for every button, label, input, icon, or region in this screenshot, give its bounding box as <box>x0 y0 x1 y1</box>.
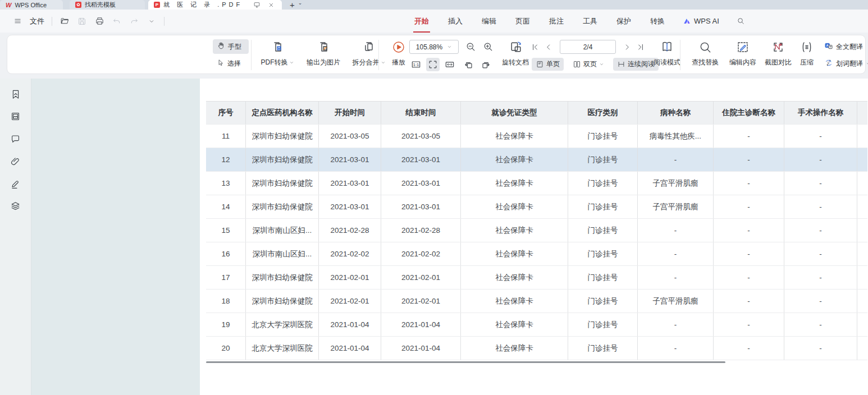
fit-width-button[interactable] <box>443 58 456 71</box>
pdf-table-body: 11深圳市妇幼保健院2021-03-052021-03-05社会保障卡门诊挂号病… <box>206 125 867 360</box>
tab-label: 就 医 记 录 .PDF <box>163 1 247 9</box>
rotate-right-icon[interactable] <box>479 58 492 71</box>
file-menu[interactable]: 文件 <box>30 16 44 26</box>
full-translation-button[interactable]: A 全文翻译 <box>820 39 868 54</box>
table-cell: 北京大学深圳医院 <box>246 313 319 336</box>
table-cell: - <box>714 195 784 218</box>
single-page-button[interactable]: 单页 <box>532 58 564 71</box>
previous-page-icon[interactable] <box>542 40 555 54</box>
ribbon-tab-protect[interactable]: 保护 <box>615 15 632 28</box>
tab-label: WPS Office <box>15 2 47 8</box>
table-cell: 子宫平滑肌瘤 <box>638 172 714 195</box>
new-tab-button[interactable]: + <box>290 0 295 10</box>
bookmark-icon[interactable] <box>10 89 21 100</box>
table-row: 15深圳市南山区妇...2021-02-282021-02-28社会保障卡门诊挂… <box>206 219 867 242</box>
double-page-button[interactable]: 双页 <box>569 58 608 71</box>
zoom-level-select[interactable]: 105.88% <box>409 40 459 54</box>
table-cell: 门诊挂号 <box>568 266 638 289</box>
select-tool-button[interactable]: 选择 <box>213 56 249 71</box>
table-row: 17深圳市妇幼保健院2021-02-012021-02-01社会保障卡门诊挂号-… <box>206 266 867 290</box>
save-icon[interactable] <box>77 16 87 26</box>
last-page-icon[interactable] <box>634 40 647 54</box>
ribbon-tab-tools[interactable]: 工具 <box>582 15 599 28</box>
continuous-read-icon <box>617 60 625 68</box>
tab-wps-office[interactable]: W WPS Office <box>0 0 63 10</box>
fit-page-button[interactable] <box>426 58 440 71</box>
wps-ai-button[interactable]: WPS AI <box>683 17 719 25</box>
page-indicator-input[interactable]: 2/4 <box>560 40 616 54</box>
table-cell: 深圳市妇幼保健院 <box>246 290 319 313</box>
actual-size-button[interactable]: 1:1 <box>409 58 423 71</box>
undo-icon[interactable] <box>112 16 122 26</box>
table-cell: 13 <box>206 172 246 195</box>
table-cell: 社会保障卡 <box>461 313 568 336</box>
zoom-out-icon[interactable] <box>464 40 477 54</box>
screenshot-compare-button[interactable]: 截图对比 <box>761 38 796 72</box>
tab-close-icon[interactable] <box>266 0 276 10</box>
attachment-icon[interactable] <box>10 156 21 167</box>
pdf-page[interactable]: 序号定点医药机构名称开始时间结束时间就诊凭证类型医疗类别病种名称住院主诊断名称手… <box>200 79 868 395</box>
ribbon-tab-home[interactable]: 开始 <box>413 15 430 28</box>
word-translation-button[interactable]: 文A 划词翻译 <box>820 56 868 71</box>
edit-content-button[interactable]: 编辑内容 <box>725 38 761 72</box>
table-cell: 门诊挂号 <box>568 313 638 336</box>
table-cell: - <box>714 337 784 360</box>
layers-icon[interactable] <box>10 201 21 212</box>
find-replace-button[interactable]: 查找替换 <box>687 38 724 72</box>
tab-list-chevron-icon[interactable]: ⌄ <box>298 0 303 10</box>
hamburger-menu-icon[interactable] <box>12 16 22 26</box>
ribbon-tab-insert[interactable]: 插入 <box>447 15 464 28</box>
first-page-icon[interactable] <box>528 40 542 54</box>
play-icon <box>391 38 406 56</box>
export-image-button[interactable]: 输出为图片 <box>300 38 347 72</box>
comment-icon[interactable] <box>10 134 21 145</box>
signature-pen-icon[interactable] <box>10 178 21 190</box>
ribbon-tab-comment[interactable]: 批注 <box>548 15 565 28</box>
tab-docer-templates[interactable]: ✿ 找稻壳模板 <box>70 0 145 10</box>
sidebar-icon-strip <box>0 79 31 395</box>
table-cell: 14 <box>206 195 246 218</box>
table-cell: 社会保障卡 <box>461 172 568 195</box>
table-cell: 11 <box>206 125 246 148</box>
ribbon-search-icon[interactable] <box>736 16 746 26</box>
table-cell: 门诊挂号 <box>568 125 638 148</box>
rotate-left-icon[interactable] <box>462 58 476 71</box>
next-page-icon[interactable] <box>620 40 634 54</box>
table-cell: - <box>784 172 857 195</box>
table-header-cell: 就诊凭证类型 <box>461 102 568 124</box>
print-icon[interactable] <box>94 16 104 26</box>
table-cell: - <box>638 148 714 171</box>
reading-mode-button[interactable]: 阅读模式 <box>650 38 684 72</box>
table-cell: - <box>714 172 784 195</box>
table-cell: 2021-02-01 <box>319 266 381 289</box>
table-cell: 门诊挂号 <box>568 242 638 265</box>
table-cell: 门诊挂号 <box>568 290 638 313</box>
chevron-down-icon <box>599 62 604 67</box>
navigation-panel[interactable] <box>31 79 200 395</box>
table-cell: - <box>784 337 857 360</box>
table-cell: 深圳市妇幼保健院 <box>246 125 319 148</box>
table-cell: 深圳市妇幼保健院 <box>246 266 319 289</box>
docer-icon: ✿ <box>75 2 81 8</box>
table-cell: - <box>784 266 857 289</box>
ribbon-tab-edit[interactable]: 编辑 <box>481 15 497 28</box>
tab-monitor-icon[interactable] <box>252 0 262 10</box>
pdf-convert-button[interactable]: PDF转换 <box>255 38 300 72</box>
hand-tool-button[interactable]: 手型 <box>213 39 249 54</box>
redo-icon[interactable] <box>129 16 139 26</box>
table-cell: 社会保障卡 <box>461 290 568 313</box>
compress-button[interactable]: 压缩 <box>794 38 819 72</box>
ribbon-tab-page[interactable]: 页面 <box>514 15 531 28</box>
medical-records-table: 序号定点医药机构名称开始时间结束时间就诊凭证类型医疗类别病种名称住院主诊断名称手… <box>206 101 867 360</box>
table-cell: - <box>784 148 857 171</box>
tab-pdf-document[interactable]: P 就 医 记 录 .PDF <box>148 0 282 10</box>
open-file-icon[interactable] <box>60 16 70 26</box>
table-cell: - <box>638 313 714 336</box>
zoom-in-icon[interactable] <box>481 40 495 54</box>
thumbnail-icon[interactable] <box>10 111 21 122</box>
table-header-cell: 序号 <box>206 102 246 124</box>
ribbon-tabs: 开始 插入 编辑 页面 批注 工具 保护 转换 WPS AI <box>413 10 746 33</box>
table-cell: 2021-03-05 <box>319 125 381 148</box>
more-actions-chevron-icon[interactable] <box>147 16 157 26</box>
ribbon-tab-convert[interactable]: 转换 <box>649 15 666 28</box>
